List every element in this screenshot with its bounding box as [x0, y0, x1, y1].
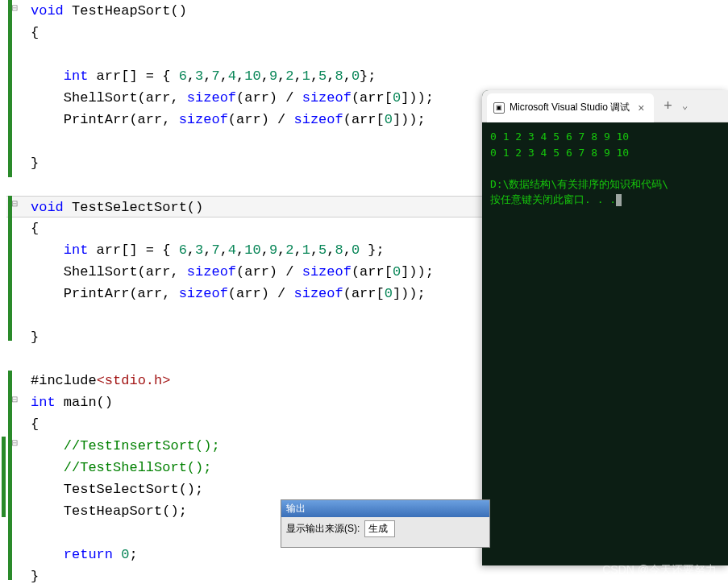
change-marker: [8, 371, 12, 580]
cursor: [616, 194, 622, 206]
code-editor[interactable]: void TestHeapSort() { int arr[] = { 6,3,…: [0, 0, 484, 584]
change-marker: [8, 0, 12, 177]
terminal-titlebar[interactable]: ▣ Microsoft Visual Studio 调试 × + ⌄: [482, 90, 728, 122]
vs-icon: ▣: [493, 102, 505, 114]
fold-icon[interactable]: ⊟: [11, 3, 18, 12]
fold-icon[interactable]: ⊟: [11, 199, 18, 208]
output-panel: 输出 显示输出来源(S): 生成: [281, 499, 490, 548]
output-panel-title: 输出: [281, 500, 489, 517]
close-icon[interactable]: ×: [634, 101, 647, 114]
terminal-window: ▣ Microsoft Visual Studio 调试 × + ⌄ 0 1 2…: [482, 90, 728, 565]
output-blank: [490, 160, 720, 176]
terminal-tab[interactable]: ▣ Microsoft Visual Studio 调试 ×: [487, 93, 654, 122]
terminal-tab-title: Microsoft Visual Studio 调试: [510, 101, 630, 114]
change-marker: [2, 437, 6, 517]
chevron-down-icon[interactable]: ⌄: [682, 100, 688, 112]
output-line: 0 1 2 3 4 5 6 7 8 9 10: [490, 145, 720, 161]
output-source-label: 显示输出来源(S):: [286, 522, 360, 536]
fold-icon[interactable]: ⊟: [11, 395, 18, 404]
change-marker: [8, 196, 12, 341]
new-tab-button[interactable]: +: [654, 97, 682, 114]
fold-icon[interactable]: ⊟: [11, 438, 18, 447]
editor-gutter: ⊟ ⊟ ⊟ ⊟: [0, 0, 19, 584]
watermark: CSDN @今天还要努力: [602, 563, 717, 578]
output-source-select[interactable]: 生成: [364, 520, 395, 537]
output-path: D:\数据结构\有关排序的知识和代码\: [490, 176, 720, 193]
terminal-output[interactable]: 0 1 2 3 4 5 6 7 8 9 10 0 1 2 3 4 5 6 7 8…: [482, 122, 728, 214]
output-line: 0 1 2 3 4 5 6 7 8 9 10: [490, 129, 720, 145]
output-prompt: 按任意键关闭此窗口. . .: [490, 192, 720, 208]
